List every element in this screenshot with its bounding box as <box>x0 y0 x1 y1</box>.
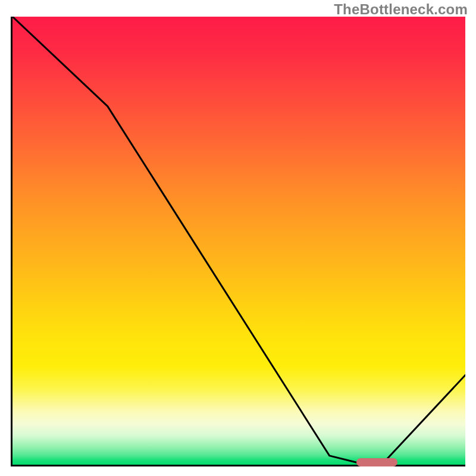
optimal-range-marker <box>356 458 397 466</box>
curve-layer <box>12 17 465 465</box>
plot-area <box>11 17 465 466</box>
watermark-text: TheBottleneck.com <box>334 1 468 18</box>
chart-container: TheBottleneck.com <box>0 0 476 476</box>
bottleneck-curve <box>12 17 465 462</box>
